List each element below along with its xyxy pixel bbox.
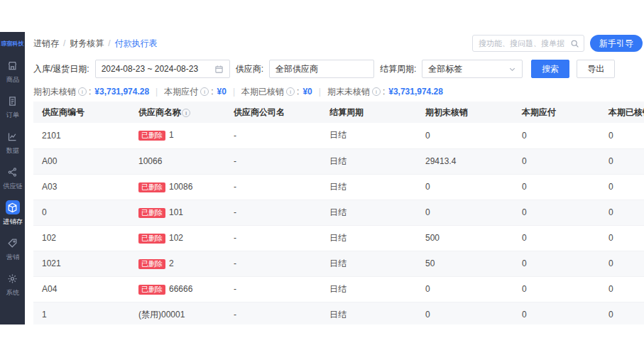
sidebar-item-supply[interactable]: 供应链: [0, 160, 25, 195]
cell-name: 已删除66666: [130, 276, 225, 302]
app-logo: 琼宿科技: [1, 33, 24, 53]
cell-opening: 0: [417, 276, 513, 302]
column-header-label: 期初未核销: [425, 107, 468, 117]
cell-payable: 0: [513, 200, 600, 225]
cell-settled: 0: [600, 200, 644, 225]
deleted-badge: 已删除: [138, 234, 165, 244]
supplier-input[interactable]: [269, 60, 374, 78]
search-button[interactable]: 搜索: [531, 60, 569, 78]
summary-value: ¥3,731,974.28: [388, 87, 443, 97]
info-icon[interactable]: i: [200, 87, 209, 96]
deleted-badge: 已删除: [138, 182, 165, 192]
goods-icon: [6, 58, 20, 72]
date-range-value: 2024-08-23 ~ 2024-08-23: [102, 64, 198, 74]
sidebar-item-label: 系统: [6, 288, 18, 298]
supplier-name: 10066: [138, 156, 162, 166]
sidebar-nav: 商品订单数据供应链进销存营销系统: [0, 53, 25, 302]
sidebar-item-label: 供应链: [3, 182, 23, 191]
summary-colon: :: [211, 87, 213, 97]
cell-name: 已删除2: [130, 251, 225, 276]
sidebar-item-inventory[interactable]: 进销存: [0, 195, 25, 231]
cell-settled: 0: [600, 174, 644, 200]
summary-bar: 期初未核销i:¥3,731,974.28|本期应付i:¥0|本期已核销i:¥0|…: [33, 83, 644, 100]
cell-code: 102: [33, 225, 130, 251]
breadcrumb: 进销存/财务核算/付款执行表: [33, 38, 158, 50]
sidebar-item-goods[interactable]: 商品: [0, 53, 25, 89]
sidebar-item-label: 订单: [6, 111, 18, 120]
calendar-icon[interactable]: [214, 65, 224, 74]
breadcrumb-item[interactable]: 财务核算: [70, 38, 104, 50]
cell-payable: 0: [513, 225, 600, 251]
table-header-row: 供应商编号供应商名称i供应商公司名结算周期期初未核销本期应付本期已核销: [33, 102, 644, 123]
cell-name: 10066: [130, 148, 225, 174]
cell-company: -: [225, 123, 321, 148]
column-header-label: 供应商名称: [138, 107, 181, 117]
sidebar-item-data[interactable]: 数据: [0, 124, 25, 160]
table-row: 0已删除101-日结000: [33, 200, 644, 225]
summary-separator: |: [319, 87, 321, 97]
cell-company: -: [225, 251, 321, 276]
guide-button[interactable]: 新手引导: [590, 35, 643, 52]
global-search-box[interactable]: [472, 35, 584, 52]
cell-cycle: 日结: [321, 123, 417, 148]
cell-company: -: [225, 276, 321, 302]
sidebar-item-marketing[interactable]: 营销: [0, 231, 25, 266]
summary-label: 本期已核销: [241, 86, 284, 98]
supplier-name: 10086: [169, 182, 192, 192]
cell-code: A04: [33, 276, 130, 302]
supplier-label: 供应商:: [236, 63, 263, 75]
marketing-icon: [6, 236, 20, 250]
sidebar-item-orders[interactable]: 订单: [0, 89, 25, 124]
summary-colon: :: [383, 87, 385, 97]
summary-value: ¥3,731,974.28: [94, 87, 149, 97]
cell-payable: 0: [513, 302, 600, 324]
deleted-badge: 已删除: [138, 208, 165, 218]
cell-payable: 0: [513, 276, 600, 302]
deleted-badge: 已删除: [138, 285, 165, 295]
info-icon[interactable]: i: [372, 87, 381, 96]
table-row: 102已删除102-日结50000: [33, 225, 644, 251]
export-button[interactable]: 导出: [577, 60, 615, 78]
cell-code: 2101: [33, 123, 130, 148]
info-icon[interactable]: i: [78, 87, 87, 96]
supplier-name: (禁用)00001: [138, 310, 185, 320]
table-row: A04已删除66666-日结000: [33, 276, 644, 302]
info-icon[interactable]: i: [286, 87, 295, 96]
column-header: 本期应付: [513, 102, 600, 123]
supplier-name: 2: [169, 258, 174, 268]
cell-opening: 29413.4: [417, 148, 513, 174]
breadcrumb-item[interactable]: 付款执行表: [115, 38, 158, 50]
breadcrumb-separator: /: [63, 38, 65, 48]
cell-payable: 0: [513, 148, 600, 174]
cell-name: 已删除10086: [130, 174, 225, 200]
breadcrumb-item[interactable]: 进销存: [33, 38, 59, 50]
cell-payable: 0: [513, 174, 600, 200]
cell-name: 已删除102: [130, 225, 225, 251]
search-input[interactable]: [479, 39, 570, 48]
cell-company: -: [225, 200, 321, 225]
search-icon[interactable]: [570, 39, 579, 48]
cell-settled: 0: [600, 276, 644, 302]
cell-cycle: 日结: [321, 225, 417, 251]
info-icon[interactable]: i: [182, 109, 190, 117]
sidebar-item-system[interactable]: 系统: [0, 266, 25, 302]
cell-settled: 0: [600, 123, 644, 148]
cell-cycle: 日结: [321, 251, 417, 276]
cell-settled: 0: [600, 148, 644, 174]
cell-company: -: [225, 302, 321, 324]
cell-opening: 0: [417, 123, 513, 148]
cycle-select[interactable]: 全部标签: [422, 60, 523, 78]
table-row: A0010066-日结29413.400: [33, 148, 644, 174]
summary-label: 本期应付: [164, 86, 198, 98]
top-actions: 新手引导: [472, 35, 643, 52]
summary-colon: :: [297, 87, 299, 97]
date-range-input[interactable]: 2024-08-23 ~ 2024-08-23: [95, 60, 230, 78]
supplier-name: 101: [169, 207, 183, 217]
filter-bar: 入库/退货日期: 2024-08-23 ~ 2024-08-23 供应商: 结算…: [33, 55, 644, 83]
cell-opening: 500: [417, 225, 513, 251]
cell-opening: 50: [417, 251, 513, 276]
cell-code: 1021: [33, 251, 130, 276]
cell-cycle: 日结: [321, 148, 417, 174]
sidebar-item-label: 商品: [6, 75, 18, 84]
cell-settled: 0: [600, 225, 644, 251]
